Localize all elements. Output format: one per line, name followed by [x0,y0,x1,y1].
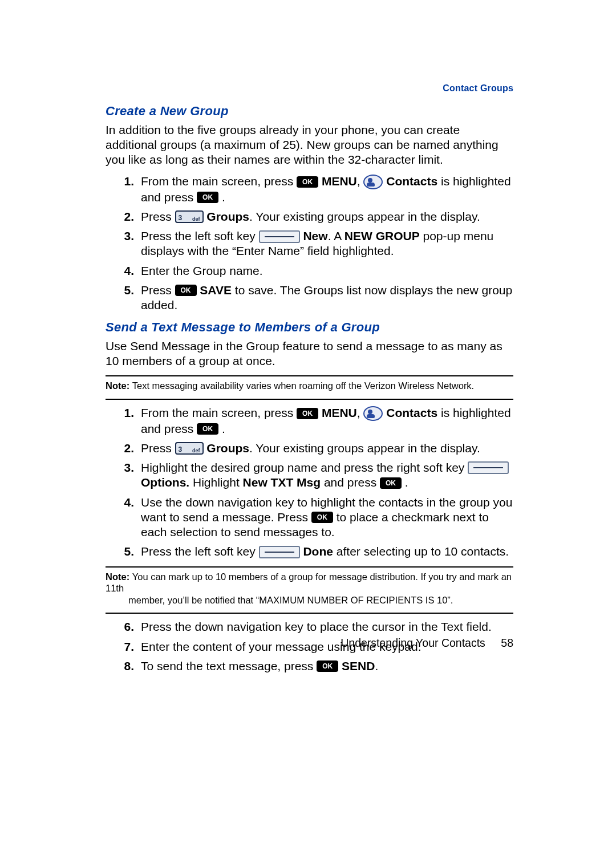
step-3: 3. Highlight the desired group name and … [106,460,513,491]
text: . [222,191,225,204]
step-2: 2. Press Groups. Your existing groups ap… [106,441,513,456]
text: Enter the Group name. [141,264,263,277]
step-number: 4. [117,264,134,278]
step-4: 4. Use the down navigation key to highli… [106,495,513,540]
step-number: 4. [117,495,134,510]
step-number: 1. [117,174,134,189]
text: to save. The Groups list now displays th… [141,283,512,311]
heading-create-group: Create a New Group [106,103,513,119]
text: Highlight [193,476,243,489]
ok-key-icon: OK [197,423,218,435]
text: Press the down navigation key to place t… [141,620,492,633]
page-number: 58 [501,637,513,650]
contacts-key-icon [363,175,383,189]
text: after selecting up to 10 contacts. [337,545,509,558]
step-number: 3. [117,229,134,244]
save-label: SAVE [200,283,232,297]
text: . [375,659,378,672]
heading-send-text: Send a Text Message to Members of a Grou… [106,319,513,335]
contacts-label: Contacts [386,406,437,419]
text: . [222,422,225,435]
text: Press [141,210,175,223]
text: , [357,175,364,188]
text: Press [141,283,175,297]
ok-key-icon: OK [317,660,338,672]
step-4: 4. Enter the Group name. [106,264,513,278]
newgroup-label: NEW GROUP [345,229,420,242]
text: and press [321,476,380,489]
new-label: New [303,229,327,242]
menu-label: MENU [322,175,357,188]
step-number: 2. [117,441,134,456]
divider [106,613,513,614]
ok-key-icon: OK [297,408,318,419]
groups-label: Groups [206,210,249,223]
ok-key-icon: OK [311,512,333,523]
text: From the main screen, press [141,406,297,419]
note-body: Text messaging availability varies when … [132,380,474,391]
intro-create-group: In addition to the five groups already i… [106,123,513,168]
step-1: 1. From the main screen, press OK MENU, … [106,406,513,436]
text: To send the text message, press [141,659,317,672]
ok-key-icon: OK [197,192,218,203]
step-number: 5. [117,544,134,559]
text: , [357,406,364,419]
manual-page: Contact Groups Create a New Group In add… [0,0,616,674]
note-line1: You can mark up to 10 members of a group… [106,572,512,594]
groups-label: Groups [206,441,249,455]
text: . Your existing groups appear in the dis… [249,441,480,455]
divider [106,375,513,376]
step-number: 1. [117,406,134,420]
steps-send-text: 1. From the main screen, press OK MENU, … [106,406,513,559]
chapter-title: Understanding Your Contacts [341,637,485,649]
text: From the main screen, press [141,175,297,188]
intro-send-text: Use Send Message in the Group feature to… [106,339,513,369]
note-label: Note: [106,380,132,391]
text: . A [328,229,345,242]
note-max-recipients: Note: You can mark up to 10 members of a… [106,570,513,607]
text: . Your existing groups appear in the dis… [249,210,480,223]
step-number: 3. [117,460,134,475]
note-line2: member, you’ll be notified that “MAXIMUM… [106,594,513,606]
step-number: 5. [117,283,134,298]
ok-key-icon: OK [380,477,402,489]
text: Press [141,441,175,455]
step-8: 8. To send the text message, press OK SE… [106,659,513,674]
step-3: 3. Press the left soft key New. A NEW GR… [106,229,513,259]
ok-key-icon: OK [175,285,197,296]
text: Press the left soft key [141,545,259,558]
step-number: 8. [117,659,134,674]
step-5: 5. Press the left soft key Done after se… [106,544,513,559]
ok-key-icon: OK [297,176,318,188]
step-number: 2. [117,209,134,224]
send-label: SEND [342,659,375,672]
steps-create-group: 1. From the main screen, press OK MENU, … [106,174,513,313]
step-5: 5. Press OK SAVE to save. The Groups lis… [106,283,513,313]
menu-label: MENU [322,406,357,419]
options-label: Options. [141,476,189,489]
new-txt-msg-label: New TXT Msg [243,476,321,489]
three-def-key-icon [175,210,204,223]
step-1: 1. From the main screen, press OK MENU, … [106,174,513,205]
contacts-key-icon [363,406,383,421]
divider [106,566,513,568]
page-footer: Understanding Your Contacts 58 [106,637,513,650]
step-number: 6. [117,619,134,634]
text: Press the left soft key [141,229,259,242]
left-soft-key-icon [259,230,300,243]
done-label: Done [303,545,333,558]
note-label: Note: [106,572,132,582]
contacts-label: Contacts [386,175,437,188]
note-roaming: Note: Text messaging availability varies… [106,379,513,393]
section-label: Contact Groups [106,83,513,94]
step-6: 6. Press the down navigation key to plac… [106,619,513,634]
left-soft-key-icon [259,546,300,558]
three-def-key-icon [175,442,204,455]
step-2: 2. Press Groups. Your existing groups ap… [106,209,513,224]
text: . [405,476,408,489]
text: Highlight the desired group name and pre… [141,461,468,474]
right-soft-key-icon [468,461,509,474]
divider [106,399,513,400]
